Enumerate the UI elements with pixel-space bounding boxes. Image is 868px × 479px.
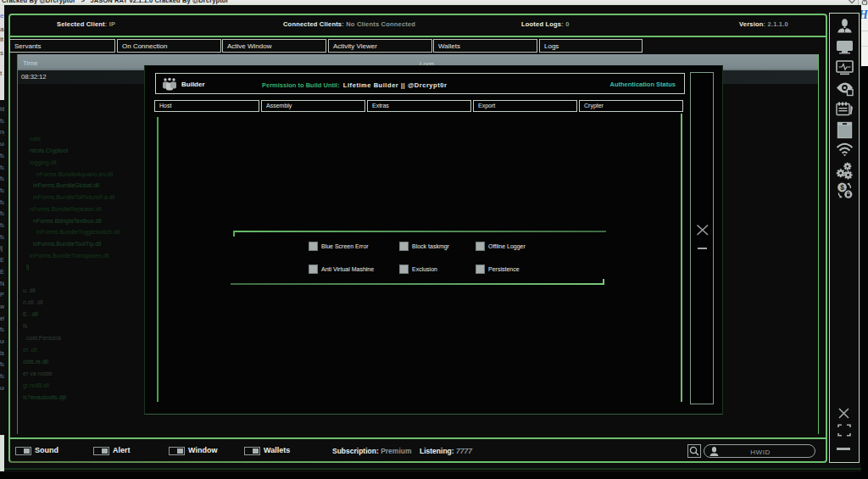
svg-text:$: $ <box>840 183 844 192</box>
